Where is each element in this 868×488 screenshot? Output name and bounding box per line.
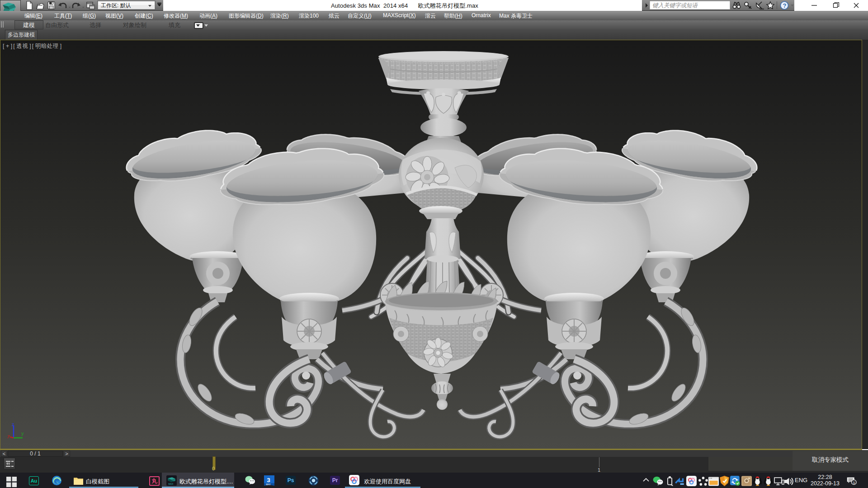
svg-text:MAX: MAX xyxy=(168,483,174,485)
svg-text:3: 3 xyxy=(267,477,270,483)
svg-text:?: ? xyxy=(783,2,787,9)
svg-text:工作区: 默认: 工作区: 默认 xyxy=(101,2,131,9)
svg-text:键入关键字或短语: 键入关键字或短语 xyxy=(652,2,698,9)
svg-text:1: 1 xyxy=(853,481,855,485)
svg-text:MAX: MAX xyxy=(266,483,271,486)
